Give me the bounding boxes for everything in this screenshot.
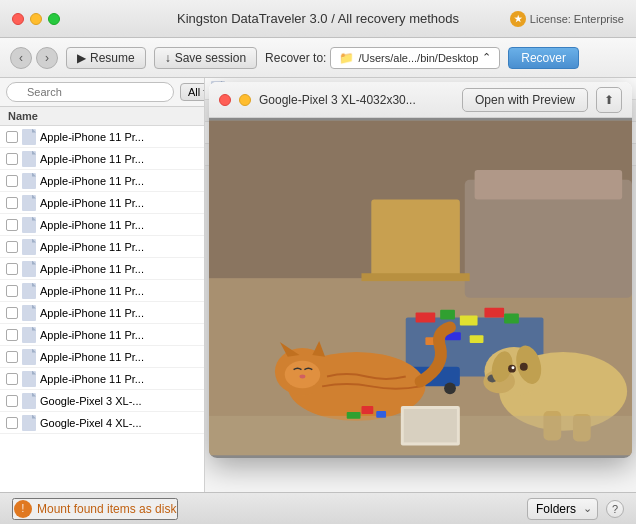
mount-disk-button[interactable]: ! Mount found items as disk: [12, 498, 178, 520]
file-icon: [22, 327, 36, 343]
share-icon: ⬆: [604, 93, 614, 107]
list-item[interactable]: Apple-iPhone 11 Pr...: [0, 148, 204, 170]
file-icon: [22, 239, 36, 255]
svg-rect-4: [371, 199, 460, 278]
list-item[interactable]: Apple-iPhone 11 Pr...: [0, 236, 204, 258]
main-content: 🔍 All files Name Apple-iPhone 11 Pr... A…: [0, 78, 636, 492]
checkbox[interactable]: [6, 131, 18, 143]
search-input[interactable]: [6, 82, 174, 102]
share-button[interactable]: ⬆: [596, 87, 622, 113]
file-icon: [22, 283, 36, 299]
file-icon: [22, 151, 36, 167]
file-name: Apple-iPhone 11 Pr...: [40, 263, 198, 275]
path-value: /Users/ale.../bin/Desktop: [358, 52, 478, 64]
file-icon: [22, 217, 36, 233]
resume-icon: ▶: [77, 51, 86, 65]
svg-rect-11: [504, 314, 519, 324]
file-name: Apple-iPhone 11 Pr...: [40, 373, 198, 385]
file-name: Apple-iPhone 11 Pr...: [40, 131, 198, 143]
checkbox[interactable]: [6, 373, 18, 385]
forward-button[interactable]: ›: [36, 47, 58, 69]
nav-buttons: ‹ ›: [10, 47, 58, 69]
list-item[interactable]: Apple-iPhone 11 Pr...: [0, 192, 204, 214]
list-item[interactable]: Apple-iPhone 11 Pr...: [0, 324, 204, 346]
list-item[interactable]: Apple-iPhone 11 Pr...: [0, 126, 204, 148]
save-icon: ↓: [165, 51, 171, 65]
file-name: Apple-iPhone 11 Pr...: [40, 285, 198, 297]
file-name: Apple-iPhone 11 Pr...: [40, 197, 198, 209]
checkbox[interactable]: [6, 329, 18, 341]
file-icon: [22, 415, 36, 431]
svg-rect-10: [484, 308, 504, 318]
license-text: License: Enterprise: [530, 13, 624, 25]
preview-minimize-button[interactable]: [239, 94, 251, 106]
close-button[interactable]: [12, 13, 24, 25]
recover-button[interactable]: Recover: [508, 47, 579, 69]
all-files-button[interactable]: All files: [180, 83, 205, 101]
file-list-column-name: Name: [0, 107, 204, 126]
folders-select[interactable]: Folders: [527, 498, 598, 520]
file-name: Apple-iPhone 11 Pr...: [40, 153, 198, 165]
list-item[interactable]: Apple-iPhone 11 Pr...: [0, 280, 204, 302]
preview-close-button[interactable]: [219, 94, 231, 106]
checkbox[interactable]: [6, 197, 18, 209]
preview-window[interactable]: Google-Pixel 3 XL-4032x30... Open with P…: [209, 82, 632, 458]
svg-rect-38: [361, 406, 373, 414]
open-with-preview-button[interactable]: Open with Preview: [462, 88, 588, 112]
help-icon: ?: [612, 503, 618, 515]
minimize-button[interactable]: [30, 13, 42, 25]
warning-icon: !: [22, 503, 25, 514]
list-item[interactable]: Apple-iPhone 11 Pr...: [0, 302, 204, 324]
checkbox[interactable]: [6, 351, 18, 363]
folders-wrapper: Folders: [527, 498, 598, 520]
search-wrapper: 🔍: [6, 82, 174, 102]
checkbox[interactable]: [6, 241, 18, 253]
file-name: Apple-iPhone 11 Pr...: [40, 307, 198, 319]
window-controls: [12, 13, 60, 25]
window-title: Kingston DataTraveler 3.0 / All recovery…: [177, 11, 459, 26]
save-session-label: Save session: [175, 51, 246, 65]
recover-to-label: Recover to:: [265, 51, 326, 65]
checkbox[interactable]: [6, 307, 18, 319]
list-item[interactable]: Apple-iPhone 11 Pr...: [0, 346, 204, 368]
file-name: Google-Pixel 4 XL-...: [40, 417, 198, 429]
checkbox[interactable]: [6, 417, 18, 429]
resume-label: Resume: [90, 51, 135, 65]
back-button[interactable]: ‹: [10, 47, 32, 69]
svg-rect-40: [347, 412, 361, 419]
recover-label: Recover: [521, 51, 566, 65]
checkbox[interactable]: [6, 285, 18, 297]
save-session-button[interactable]: ↓ Save session: [154, 47, 257, 69]
checkbox[interactable]: [6, 219, 18, 231]
resume-button[interactable]: ▶ Resume: [66, 47, 146, 69]
recover-to-section: Recover to: 📁 /Users/ale.../bin/Desktop …: [265, 47, 500, 69]
path-expand-icon: ⌃: [482, 51, 491, 64]
list-item[interactable]: Apple-iPhone 11 Pr...: [0, 214, 204, 236]
svg-point-32: [511, 366, 514, 369]
file-icon: [22, 305, 36, 321]
svg-rect-3: [475, 170, 623, 200]
file-name: Apple-iPhone 11 Pr...: [40, 241, 198, 253]
svg-rect-9: [460, 316, 478, 326]
svg-rect-37: [404, 409, 457, 442]
list-item[interactable]: Google-Pixel 3 XL-...: [0, 390, 204, 412]
path-button[interactable]: 📁 /Users/ale.../bin/Desktop ⌃: [330, 47, 500, 69]
checkbox[interactable]: [6, 175, 18, 187]
list-item[interactable]: Apple-iPhone 11 Pr...: [0, 368, 204, 390]
file-name: Google-Pixel 3 XL-...: [40, 395, 198, 407]
bottom-bar: ! Mount found items as disk Folders ?: [0, 492, 636, 524]
svg-point-31: [520, 363, 528, 371]
list-item[interactable]: Google-Pixel 4 XL-...: [0, 412, 204, 434]
help-button[interactable]: ?: [606, 500, 624, 518]
folder-icon: 📁: [339, 51, 354, 65]
maximize-button[interactable]: [48, 13, 60, 25]
list-item[interactable]: Apple-iPhone 11 Pr...: [0, 170, 204, 192]
preview-overlay: Google-Pixel 3 XL-4032x30... Open with P…: [205, 78, 636, 492]
checkbox[interactable]: [6, 153, 18, 165]
file-name: Apple-iPhone 11 Pr...: [40, 329, 198, 341]
file-icon: [22, 349, 36, 365]
list-item[interactable]: Apple-iPhone 11 Pr...: [0, 258, 204, 280]
checkbox[interactable]: [6, 263, 18, 275]
preview-titlebar: Google-Pixel 3 XL-4032x30... Open with P…: [209, 82, 632, 118]
checkbox[interactable]: [6, 395, 18, 407]
